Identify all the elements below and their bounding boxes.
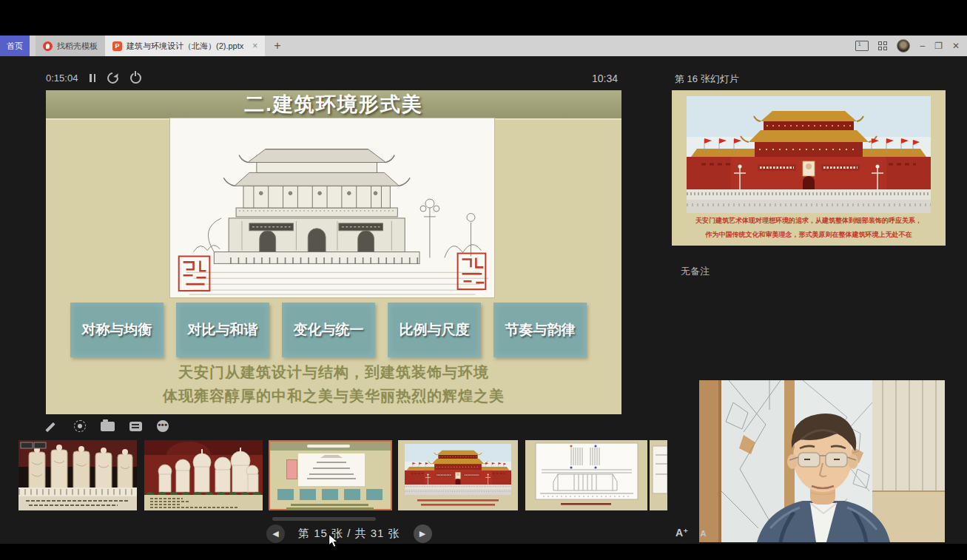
reset-timer-icon[interactable] — [105, 70, 121, 86]
mini-principle-box — [344, 489, 360, 500]
slide-title-band: 二.建筑环境形式美 — [46, 90, 621, 120]
comments-icon[interactable] — [129, 422, 142, 431]
slide-caption-line1: 天安门从建筑设计与结构，到建筑装饰与环境 — [46, 362, 621, 382]
tab-docer-label: 找稻壳模板 — [57, 41, 98, 52]
principle-box-3: 变化与统一 — [282, 303, 375, 357]
presenter-view-icon[interactable] — [855, 41, 869, 51]
presenter-person — [699, 380, 945, 542]
thumbnail-scrollbar[interactable] — [272, 517, 376, 521]
titlebar: 首页 找稻壳模板 P 建筑与环境设计（北海）(2).pptx × + — [0, 36, 967, 56]
elapsed-timer: 0:15:04 — [46, 72, 78, 84]
mini-principle-box — [277, 489, 294, 500]
close-button[interactable]: ✕ — [952, 41, 960, 50]
close-tab-icon[interactable]: × — [252, 41, 257, 51]
slide-navigation: ◀ 第 15 张 / 共 31 张 ▶ — [266, 524, 432, 543]
slide-position-label: 第 15 张 / 共 31 张 — [298, 527, 400, 541]
mini-principle-box — [366, 489, 383, 500]
next-slide-header: 第 16 张幻灯片 — [675, 72, 739, 86]
thumbnail-strip — [0, 440, 670, 510]
slide-thumbnail-15-current[interactable] — [269, 440, 392, 510]
presenter-stage: 0:15:04 10:34 二.建筑环境形式美 — [0, 56, 967, 544]
previous-slide-button[interactable]: ◀ — [266, 524, 285, 543]
minimize-button[interactable]: – — [920, 41, 925, 50]
preview-caption-line2: 作为中国传统文化和审美理念，形式美原则在整体建筑环境上无处不在 — [672, 230, 946, 240]
end-show-icon[interactable] — [130, 72, 141, 84]
ppt-file-icon: P — [112, 41, 122, 51]
mini-caption-line — [291, 504, 368, 506]
principle-box-1: 对称与均衡 — [70, 303, 164, 357]
font-increase-icon[interactable]: A⁺ — [675, 527, 689, 539]
current-slide[interactable]: 二.建筑环境形式美 — [46, 90, 621, 414]
principle-box-2: 对比与和谐 — [176, 303, 269, 357]
tiananmen-photo — [687, 96, 931, 213]
mini-caption-line — [286, 507, 374, 510]
slide-caption-line2: 体现雍容醇厚的中和之美与美华丽热烈的辉煌之美 — [46, 386, 621, 406]
pause-timer-icon[interactable] — [90, 74, 95, 82]
webcam-video[interactable] — [699, 380, 945, 542]
camera-icon[interactable] — [101, 422, 115, 431]
slide-thumbnail-17[interactable] — [525, 440, 647, 510]
laser-pointer-icon[interactable] — [74, 420, 86, 432]
slide-title: 二.建筑环境形式美 — [244, 91, 423, 118]
restore-button[interactable]: ❐ — [934, 41, 943, 50]
tab-document[interactable]: P 建筑与环境设计（北海）(2).pptx × — [105, 36, 265, 56]
slide-thumbnail-14[interactable] — [144, 440, 263, 510]
mini-seal — [286, 459, 297, 479]
docer-icon — [43, 41, 53, 51]
more-options-icon[interactable]: ••• — [157, 420, 169, 432]
principle-box-5: 节奏与韵律 — [493, 303, 587, 357]
tab-document-label: 建筑与环境设计（北海）(2).pptx — [127, 41, 243, 52]
window-controls: – ❐ ✕ — [855, 36, 960, 56]
clock: 10:34 — [592, 72, 618, 84]
pen-icon[interactable] — [47, 420, 59, 432]
notes-placeholder: 无备注 — [681, 265, 710, 278]
camera-avatar-icon[interactable] — [897, 39, 910, 53]
tiananmen-engraving-image — [170, 118, 494, 297]
slide-thumbnail-13[interactable] — [18, 440, 137, 510]
font-decrease-icon[interactable]: A — [701, 529, 707, 538]
slide-thumbnail-18-partial[interactable] — [650, 440, 667, 510]
next-slide-button[interactable]: ▶ — [414, 524, 432, 543]
timer-row: 0:15:04 — [46, 72, 141, 84]
principle-box-4: 比例与尺度 — [388, 303, 481, 357]
next-slide-preview[interactable]: 天安门建筑艺术体现对理想环境的追求，从建筑整体到细部装饰的呼应关系， 作为中国传… — [672, 90, 946, 246]
grid-view-icon[interactable] — [878, 41, 887, 50]
preview-caption-line1: 天安门建筑艺术体现对理想环境的追求，从建筑整体到细部装饰的呼应关系， — [672, 216, 946, 226]
mini-principle-box — [322, 489, 338, 500]
principle-boxes: 对称与均衡 对比与和谐 变化与统一 比例与尺度 节奏与韵律 — [46, 303, 621, 357]
note-font-controls: A⁺ A — [675, 527, 706, 539]
mini-engraving — [298, 453, 365, 486]
mini-title-band — [270, 442, 391, 451]
mouse-cursor — [328, 533, 339, 548]
slide-thumbnail-16[interactable] — [398, 440, 518, 510]
new-tab-button[interactable]: + — [265, 36, 289, 56]
tab-docer[interactable]: 找稻壳模板 — [36, 36, 105, 56]
annotation-toolbar: ••• — [47, 420, 169, 432]
app-window: 首页 找稻壳模板 P 建筑与环境设计（北海）(2).pptx × + – ❐ ✕… — [0, 0, 967, 560]
mini-principle-box — [300, 489, 316, 500]
tab-home[interactable]: 首页 — [0, 36, 30, 56]
